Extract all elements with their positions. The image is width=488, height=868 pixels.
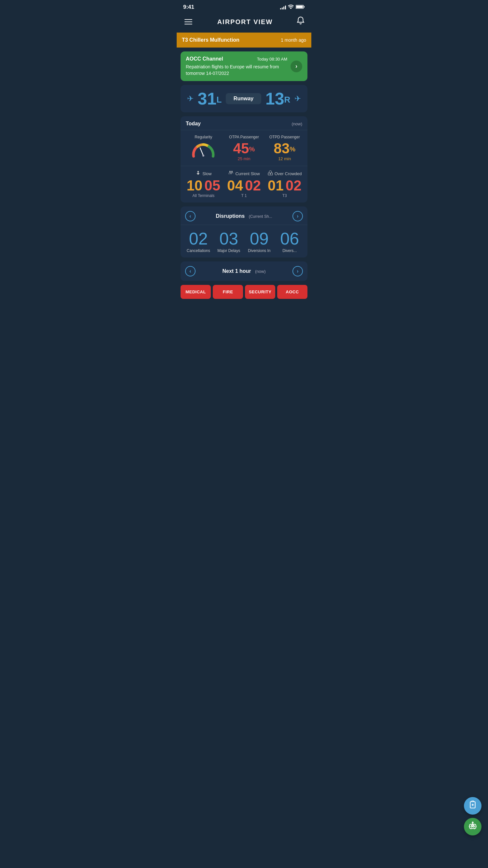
otpa-value: 45 [233, 140, 249, 156]
aocc-message: Repatriation flights to Europe will resu… [186, 64, 287, 76]
regularity-label: Regularity [185, 135, 223, 140]
cancellations-label: Cancellations [183, 248, 214, 253]
slow-num2: 05 [204, 179, 220, 193]
notification-bell-icon[interactable] [296, 16, 305, 27]
slow-icon [195, 170, 201, 177]
alert-banner[interactable]: T3 Chillers Mulfunction 1 month ago [177, 33, 311, 48]
current-slow-num2: 02 [245, 179, 261, 193]
disruption-diversions-out: 06 Divers... [274, 230, 305, 253]
regularity-col: Regularity [185, 135, 223, 161]
bottom-buttons: MEDICAL FIRE SECURITY AOCC [177, 285, 311, 305]
cancellations-value: 02 [183, 230, 214, 247]
menu-button[interactable] [183, 18, 194, 26]
runway-label: Runway [226, 93, 261, 104]
today-header: Today (now) [181, 116, 307, 130]
disruptions-title: Disruptions [216, 213, 245, 219]
fire-button[interactable]: FIRE [213, 285, 243, 299]
app-header: AIRPORT VIEW [177, 12, 311, 33]
disruptions-sub: (Current Sh... [249, 214, 272, 219]
slow-col: Slow 10 05 All Terminals [183, 170, 224, 198]
svg-rect-2 [303, 6, 304, 7]
disruptions-card: ‹ Disruptions (Current Sh... › 02 Cancel… [181, 207, 307, 257]
slow-terminal: All Terminals [183, 193, 224, 198]
today-stats: Slow 10 05 All Terminals [181, 166, 307, 203]
svg-point-10 [232, 171, 233, 172]
current-slow-col: Current Slow 04 02 T 1 [224, 170, 264, 198]
diversions-out-value: 06 [274, 230, 305, 247]
aocc-button[interactable]: AOCC [277, 285, 307, 299]
page-title: AIRPORT VIEW [217, 18, 273, 26]
major-delays-label: Major Delays [214, 248, 244, 253]
disruption-major-delays: 03 Major Delays [214, 230, 244, 253]
diversions-in-label: Diversions In [244, 248, 274, 253]
status-time: 9:41 [183, 4, 194, 10]
today-now: (now) [292, 121, 302, 126]
otpa-label: OTPA Passenger [225, 135, 263, 140]
disruptions-next-button[interactable]: › [292, 211, 303, 221]
current-slow-label: Current Slow [235, 171, 260, 176]
otpa-sub: 25 min [225, 156, 263, 161]
wifi-icon [288, 5, 294, 10]
aocc-arrow-button[interactable]: › [291, 61, 302, 72]
diversions-in-value: 09 [244, 230, 274, 247]
slow-label: Slow [202, 171, 212, 176]
svg-point-9 [230, 171, 231, 172]
runway-card: ✈ 31L Runway 13R ✈ [181, 85, 307, 112]
diversions-out-label: Divers... [274, 248, 305, 253]
regularity-gauge [190, 141, 216, 158]
disruption-cancellations: 02 Cancellations [183, 230, 214, 253]
next-hour-title: Next 1 hour [223, 268, 251, 274]
alert-time: 1 month ago [281, 37, 306, 43]
aocc-card[interactable]: AOCC Channel Today 08:30 AM Repatriation… [181, 52, 307, 81]
disruptions-numbers: 02 Cancellations 03 Major Delays 09 Dive… [181, 225, 307, 257]
svg-rect-1 [296, 5, 303, 8]
disruptions-prev-button[interactable]: ‹ [185, 211, 196, 221]
medical-button[interactable]: MEDICAL [181, 285, 211, 299]
major-delays-value: 03 [214, 230, 244, 247]
svg-rect-7 [197, 174, 198, 174]
runway-left-number: 31L [198, 90, 222, 107]
battery-icon [296, 5, 305, 10]
alert-title: T3 Chillers Mulfunction [182, 37, 239, 43]
today-metrics: Regularity [181, 130, 307, 166]
disruptions-header: ‹ Disruptions (Current Sh... › [181, 207, 307, 225]
today-title: Today [186, 121, 201, 127]
overcrowded-num1: 01 [268, 179, 284, 193]
overcrowded-col: Over Crowded 01 02 T3 [264, 170, 305, 198]
aocc-timestamp: Today 08:30 AM [257, 57, 287, 62]
slow-num1: 10 [187, 179, 202, 193]
plane-left-icon: ✈ [187, 94, 194, 103]
status-bar: 9:41 [177, 0, 311, 12]
current-slow-terminal: T 1 [224, 193, 264, 198]
otpd-value: 83 [273, 140, 290, 156]
otpd-label: OTPD Passenger [265, 135, 303, 140]
signal-icon [280, 5, 286, 9]
svg-point-4 [202, 155, 204, 157]
plane-right-icon: ✈ [294, 94, 301, 103]
current-slow-num1: 04 [227, 179, 243, 193]
svg-point-5 [197, 171, 199, 173]
status-icons [280, 5, 305, 10]
svg-line-3 [200, 148, 203, 156]
svg-rect-8 [199, 174, 200, 174]
runway-center: Runway [226, 93, 261, 104]
overcrowded-label: Over Crowded [274, 171, 302, 176]
today-card: Today (now) Regularity [181, 116, 307, 203]
otpd-sub: 12 min [265, 156, 303, 161]
overcrowded-icon [267, 170, 273, 177]
overcrowded-num2: 02 [286, 179, 301, 193]
next-hour-next-button[interactable]: › [292, 266, 303, 276]
otpd-col: OTPD Passenger 83% 12 min [265, 135, 303, 161]
runway-right-number: 13R [265, 90, 291, 107]
aocc-content: AOCC Channel Today 08:30 AM Repatriation… [186, 56, 287, 76]
otpa-col: OTPA Passenger 45% 25 min [225, 135, 263, 161]
next-hour-prev-button[interactable]: ‹ [185, 266, 196, 276]
next-hour-now: (now) [255, 269, 266, 274]
current-slow-icon [228, 170, 234, 177]
overcrowded-terminal: T3 [264, 193, 305, 198]
security-button[interactable]: SECURITY [245, 285, 275, 299]
disruption-diversions-in: 09 Diversions In [244, 230, 274, 253]
aocc-channel-label: AOCC Channel [186, 56, 223, 62]
svg-point-13 [270, 174, 271, 174]
next-hour-card: ‹ Next 1 hour (now) › [181, 261, 307, 281]
